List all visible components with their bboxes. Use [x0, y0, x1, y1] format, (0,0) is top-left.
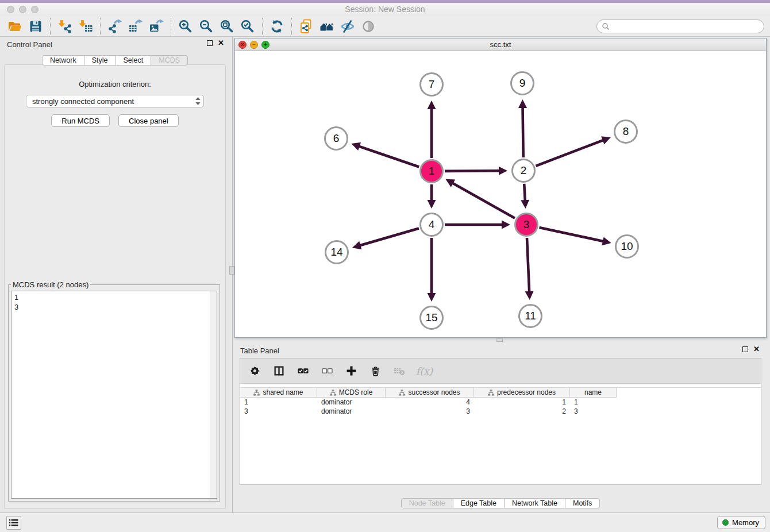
close-panel-button[interactable]: Close panel [118, 114, 179, 127]
column-header-name[interactable]: name [570, 388, 617, 398]
birds-eye-view-icon[interactable] [358, 18, 379, 35]
float-table-panel-icon[interactable] [742, 346, 748, 352]
network-view-window: ✕ − + scc.txt 7968124314101511 [234, 38, 767, 338]
network-window-title: scc.txt [235, 40, 766, 49]
tab-network-table[interactable]: Network Table [504, 498, 565, 508]
zoom-selected-icon[interactable] [237, 18, 258, 35]
result-scrollbar[interactable] [210, 291, 217, 498]
ui-settings-list-icon[interactable] [6, 516, 21, 530]
graph-edge-4-14[interactable] [359, 228, 419, 245]
graph-edge-arrowhead [521, 200, 529, 209]
export-network-icon[interactable] [105, 18, 125, 35]
home-icon[interactable] [317, 18, 337, 35]
refresh-view-icon[interactable] [267, 18, 287, 35]
tab-network[interactable]: Network [42, 55, 84, 65]
export-image-icon[interactable] [146, 18, 167, 35]
delete-table-icon[interactable] [392, 364, 407, 379]
criterion-dropdown[interactable]: strongly connected component [26, 95, 204, 107]
graph-node-10[interactable]: 10 [615, 234, 639, 259]
tab-style[interactable]: Style [84, 55, 116, 65]
close-table-panel-icon[interactable]: ✕ [753, 346, 760, 352]
dropdown-spinner-icon [195, 97, 201, 106]
tab-node-table[interactable]: Node Table [401, 498, 453, 508]
select-all-icon[interactable] [295, 364, 310, 379]
graph-edge-2-9[interactable] [523, 107, 523, 157]
open-session-icon[interactable] [5, 18, 25, 35]
graph-node-6[interactable]: 6 [324, 126, 348, 151]
column-header-successor-nodes[interactable]: successor nodes [386, 388, 474, 398]
search-icon [602, 22, 610, 30]
memory-button[interactable]: Memory [717, 516, 765, 529]
table-cell[interactable]: 3 [570, 407, 617, 416]
mcds-result-title: MCDS result (2 nodes) [11, 280, 90, 289]
import-network-icon[interactable] [55, 18, 75, 35]
function-builder-icon[interactable]: f(x) [416, 365, 433, 377]
table-cell[interactable]: 4 [386, 398, 474, 407]
graph-node-11[interactable]: 11 [518, 304, 542, 328]
graph-edge-1-2[interactable] [445, 171, 500, 171]
search-input[interactable] [613, 22, 759, 30]
table-cell[interactable]: 1 [240, 398, 317, 407]
graph-node-1[interactable]: 1 [419, 159, 444, 183]
search-box[interactable] [596, 20, 764, 33]
show-columns-icon[interactable] [271, 364, 286, 379]
graph-edge-3-1[interactable] [452, 183, 515, 218]
table-row[interactable]: 3dominator323 [240, 407, 761, 416]
tab-mcds[interactable]: MCDS [151, 55, 188, 65]
table-cell[interactable]: 3 [240, 407, 317, 416]
tab-edge-table[interactable]: Edge Table [453, 498, 505, 508]
network-resize-grip[interactable] [496, 338, 503, 342]
graph-edge-3-10[interactable] [539, 228, 603, 241]
table-cell[interactable]: dominator [317, 407, 386, 416]
optimization-criterion-label: Optimization criterion: [5, 80, 225, 88]
table-row[interactable]: 1dominator411 [240, 398, 761, 407]
network-window-titlebar[interactable]: ✕ − + scc.txt [235, 38, 766, 51]
import-table-icon[interactable] [75, 18, 96, 35]
tab-motifs[interactable]: Motifs [565, 498, 600, 508]
table-cell[interactable]: dominator [317, 398, 386, 407]
delete-column-icon[interactable] [368, 364, 383, 379]
export-table-icon[interactable] [125, 18, 146, 35]
zoom-fit-icon[interactable] [217, 18, 237, 35]
graph-node-14[interactable]: 14 [325, 240, 349, 264]
table-panel-title: Table Panel [240, 346, 279, 355]
graph-node-8[interactable]: 8 [614, 119, 638, 144]
tab-select[interactable]: Select [116, 55, 152, 65]
table-settings-gear-icon[interactable] [247, 364, 262, 379]
mcds-result-box: MCDS result (2 nodes) 1 3 [8, 284, 220, 502]
status-bar: Memory [0, 512, 770, 532]
column-header-shared-name[interactable]: shared name [240, 388, 317, 398]
graph-node-15[interactable]: 15 [419, 306, 444, 330]
table-cell[interactable]: 3 [386, 407, 474, 416]
graph-node-4[interactable]: 4 [419, 213, 444, 237]
panel-divider-grip[interactable] [229, 266, 234, 275]
graph-edge-2-3[interactable] [524, 184, 525, 201]
column-header-mcds-role[interactable]: MCDS role [317, 388, 386, 398]
graph-node-3[interactable]: 3 [514, 213, 538, 237]
table-body: 1dominator4113dominator323 [240, 398, 761, 416]
close-panel-icon[interactable]: ✕ [218, 40, 224, 46]
graph-node-9[interactable]: 9 [510, 71, 534, 95]
table-cell[interactable]: 2 [474, 407, 570, 416]
graph-node-7[interactable]: 7 [419, 72, 444, 97]
graph-edge-arrowhead [499, 167, 507, 175]
graph-edge-1-6[interactable] [359, 146, 419, 167]
graph-edge-2-8[interactable] [536, 140, 603, 166]
float-panel-icon[interactable] [207, 40, 213, 46]
hide-details-icon[interactable] [337, 18, 358, 35]
toolbar-separator [50, 18, 51, 35]
add-column-icon[interactable] [344, 364, 359, 379]
column-header-predecessor-nodes[interactable]: predecessor nodes [474, 388, 570, 398]
save-session-icon[interactable] [25, 18, 46, 35]
graph-node-2[interactable]: 2 [511, 159, 536, 183]
table-cell[interactable]: 1 [474, 398, 570, 407]
copy-network-icon[interactable] [296, 18, 317, 35]
run-mcds-button[interactable]: Run MCDS [51, 114, 110, 127]
zoom-in-icon[interactable] [175, 18, 196, 35]
table-panel: Table Panel ✕ f(x) shared nameMCDS roles… [234, 343, 767, 511]
graph-edge-3-11[interactable] [527, 238, 529, 292]
table-cell[interactable]: 1 [570, 398, 617, 407]
network-canvas[interactable]: 7968124314101511 [235, 51, 766, 337]
zoom-out-icon[interactable] [196, 18, 217, 35]
deselect-all-icon[interactable] [319, 364, 334, 379]
